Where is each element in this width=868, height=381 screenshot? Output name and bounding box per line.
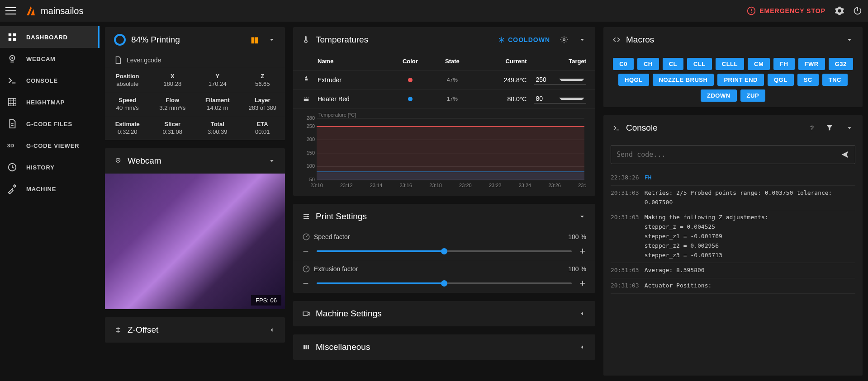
nav-history[interactable]: HISTORY [0,156,100,178]
chevron-down-icon[interactable] [845,36,854,44]
chevron-left-icon [578,310,586,318]
gauge-icon [302,265,310,273]
chevron-down-icon[interactable] [268,157,276,165]
svg-point-6 [11,57,13,59]
svg-text:50: 50 [309,177,315,182]
chevron-down-icon[interactable] [845,124,854,132]
zoffset-panel: Z-Offset [105,317,285,343]
cooldown-button[interactable]: COOLDOWN [498,36,550,43]
nav-machine[interactable]: MACHINE [0,178,100,200]
nav-webcam[interactable]: WEBCAM [0,48,100,70]
help-icon[interactable]: ? [810,124,814,132]
zoffset-toggle[interactable]: Z-Offset [105,317,285,343]
menu-toggle[interactable] [5,5,16,16]
filename: Lever.gcode [127,56,161,64]
macro-button[interactable]: CL [663,58,683,70]
misc-toggle[interactable]: Miscellaneous [293,334,595,360]
svg-text:23:24: 23:24 [519,183,531,188]
webcam-icon [114,157,122,165]
power-icon[interactable] [853,6,863,16]
macro-button[interactable]: NOZZLE BRUSH [653,74,714,86]
macro-button[interactable]: CM [748,58,770,70]
svg-point-9 [563,39,565,41]
log-entry: 20:31:03Retries: 2/5 Probed points range… [611,186,855,211]
stat-label: Speed [107,97,148,103]
chevron-left-icon [268,326,276,334]
zoffset-icon [114,326,122,334]
nav-console[interactable]: CONSOLE [0,70,100,91]
macro-button[interactable]: ZDOWN [701,89,737,102]
emergency-stop-button[interactable]: EMERGENCY STOP [747,6,825,15]
macro-button[interactable]: QGL [768,74,794,86]
svg-rect-46 [308,345,309,349]
macro-button[interactable]: CLLL [716,58,744,70]
svg-text:23:16: 23:16 [400,183,413,188]
camera-icon [302,310,310,318]
macro-button[interactable]: ZUP [740,89,766,102]
chevron-down-icon[interactable] [578,212,586,221]
chevron-down-icon[interactable] [268,36,276,44]
stat-label: Position [107,73,148,80]
macro-button[interactable]: HQGL [618,74,649,86]
log-entry: 20:31:03Average: 8.395800 [611,263,855,278]
gear-icon[interactable] [560,36,568,44]
filter-icon[interactable] [825,124,834,132]
slider-value: 100 % [568,233,586,240]
slider-minus[interactable]: − [302,245,309,257]
log-message: Retries: 2/5 Probed points range: 0.0037… [645,188,855,207]
slider-plus[interactable]: + [579,278,586,289]
send-icon[interactable] [840,150,849,159]
macro-button[interactable]: CH [637,58,659,70]
svg-point-39 [307,216,308,217]
svg-rect-10 [304,99,309,101]
macro-button[interactable]: FH [773,58,794,70]
dip-switch-icon [302,343,310,351]
heater-target-input[interactable]: 250 [534,75,586,85]
stat-value: 00:01 [242,128,284,135]
settings-icon[interactable] [835,6,844,16]
macro-button[interactable]: G32 [829,58,853,70]
macro-button[interactable]: C0 [613,58,634,70]
machine-settings-toggle[interactable]: Machine Settings [293,301,595,326]
svg-rect-36 [317,172,584,180]
svg-rect-2 [13,33,16,36]
fps-badge: FPS: 06 [251,295,281,306]
nav-gcode-files[interactable]: G-CODE FILES [0,113,100,135]
chevron-down-icon[interactable] [578,36,586,44]
heater-row: Extruder 47% 249.8°C 250 [293,71,595,89]
nav-gcode-viewer[interactable]: 3DG-CODE VIEWER [0,135,100,156]
macro-button[interactable]: TNC [822,74,848,86]
slider-minus[interactable]: − [302,278,309,289]
heater-name: Heater Bed [314,89,389,108]
svg-rect-44 [304,345,305,349]
slider-track[interactable] [317,282,572,284]
macro-button[interactable]: SC [797,74,819,86]
heater-target-input[interactable]: 80 [534,94,586,103]
macro-button[interactable]: CLL [687,58,712,70]
webcam-panel: Webcam FPS: 06 [105,148,285,309]
pause-button[interactable]: ▮▮ [251,35,258,45]
nav-heightmap[interactable]: HEIGHTMAP [0,91,100,113]
stat-value: 0:32:20 [107,128,148,135]
stat-value: 3:00:39 [197,128,238,135]
temperature-table: NameColorStateCurrentTarget Extruder 47%… [293,52,595,108]
console-input[interactable] [617,151,836,159]
nav-dashboard[interactable]: DASHBOARD [0,26,100,48]
svg-text:100: 100 [307,163,315,169]
svg-text:23:14: 23:14 [370,183,383,188]
slider-track[interactable] [317,250,572,252]
slider-plus[interactable]: + [579,245,586,257]
macro-button[interactable]: FWR [798,58,825,70]
svg-rect-45 [306,345,307,349]
stat-label: Slicer [152,121,194,127]
svg-text:Temperature [°C]: Temperature [°C] [318,112,356,118]
log-message: FH [645,173,652,183]
console-log: 22:38:26FH20:31:03Retries: 2/5 Probed po… [603,167,863,297]
svg-text:250: 250 [307,123,315,129]
stat-value: 40 mm/s [107,104,148,111]
color-dot [408,78,413,82]
slider-value: 100 % [568,265,586,273]
app-title: mainsailos [41,6,83,16]
macro-button[interactable]: PRINT END [717,74,764,86]
slider-label: Extrusion factor [314,265,358,273]
